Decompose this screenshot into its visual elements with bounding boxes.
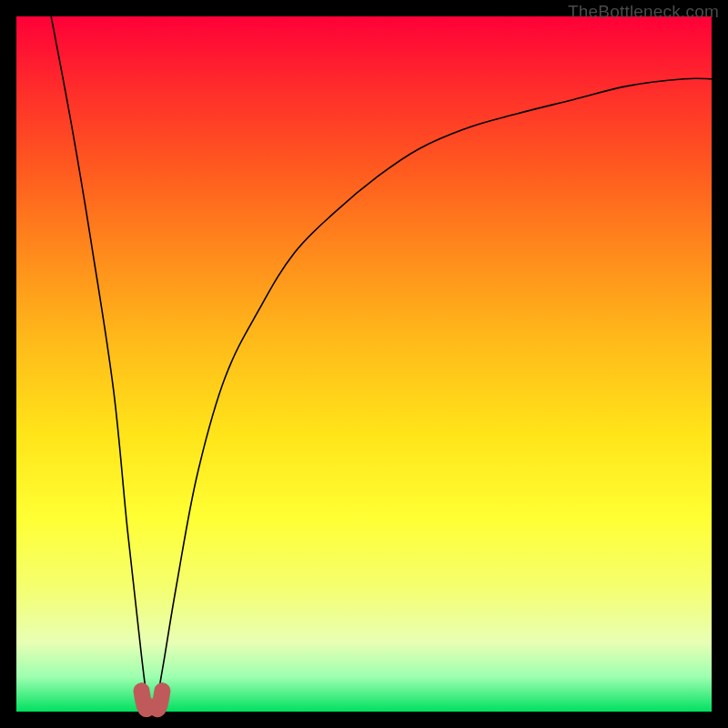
chart-frame: { "watermark": "TheBottleneck.com", "cha… xyxy=(0,0,728,728)
bottleneck-gradient-plot xyxy=(16,16,712,712)
curve-layer xyxy=(16,16,712,712)
watermark-text: TheBottleneck.com xyxy=(568,2,719,22)
bottleneck-curve xyxy=(51,16,712,711)
optimal-zone-marker xyxy=(142,691,163,709)
